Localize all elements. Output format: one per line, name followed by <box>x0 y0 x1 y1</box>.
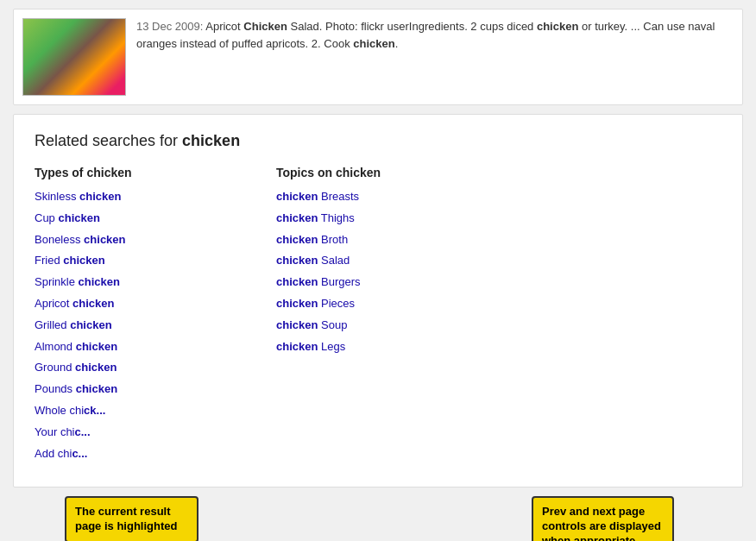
related-link[interactable]: Fried chicken <box>35 254 105 267</box>
related-col-topics: Topics on chicken chicken Breastschicken… <box>276 166 518 466</box>
result-keyword1: Chicken <box>243 20 287 33</box>
list-item: chicken Broth <box>276 231 518 249</box>
related-link[interactable]: Pounds chicken <box>35 382 117 395</box>
result-keyword3: chicken <box>353 37 394 50</box>
list-item: Almond chicken <box>35 338 276 356</box>
related-link[interactable]: chicken Salad <box>276 254 350 267</box>
page-wrapper: 13 Dec 2009: Apricot Chicken Salad. Phot… <box>0 9 756 541</box>
list-item: chicken Legs <box>276 338 518 356</box>
related-link[interactable]: chicken Burgers <box>276 275 361 288</box>
list-item: chicken Breasts <box>276 188 518 206</box>
related-searches-box: Related searches for chicken Types of ch… <box>13 114 743 488</box>
list-item: Your chic... <box>35 424 276 442</box>
list-item: chicken Thighs <box>276 210 518 228</box>
list-item: Grilled chicken <box>35 317 276 335</box>
related-link[interactable]: chicken Broth <box>276 233 348 246</box>
related-link[interactable]: chicken Thighs <box>276 211 355 224</box>
list-item: chicken Soup <box>276 317 518 335</box>
result-image <box>22 18 126 96</box>
list-item: Add chic... <box>35 445 276 463</box>
related-columns: Types of chicken Skinless chickenCup chi… <box>35 166 721 466</box>
tooltip-prev-next: Prev and next page controls are displaye… <box>532 496 674 541</box>
annotations-container: The current result page is highlighted P… <box>13 496 743 541</box>
related-link[interactable]: Almond chicken <box>35 340 117 353</box>
list-item: chicken Salad <box>276 252 518 270</box>
related-title: Related searches for chicken <box>35 132 721 150</box>
list-item: Fried chicken <box>35 252 276 270</box>
related-link[interactable]: chicken Soup <box>276 318 347 331</box>
related-link[interactable]: Add chic... <box>35 447 87 460</box>
related-links-col2: chicken Breastschicken Thighschicken Bro… <box>276 188 518 355</box>
related-link[interactable]: chicken Pieces <box>276 297 355 310</box>
col2-heading: Topics on chicken <box>276 166 518 179</box>
related-link[interactable]: Apricot chicken <box>35 297 115 310</box>
result-keyword2: chicken <box>537 20 578 33</box>
list-item: Apricot chicken <box>35 295 276 313</box>
related-link[interactable]: Sprinkle chicken <box>35 275 120 288</box>
result-date: 13 Dec 2009: <box>136 20 203 33</box>
list-item: Boneless chicken <box>35 231 276 249</box>
list-item: Skinless chicken <box>35 188 276 206</box>
related-link[interactable]: chicken Breasts <box>276 190 359 203</box>
result-text: 13 Dec 2009: Apricot Chicken Salad. Phot… <box>136 18 734 96</box>
result-text-middle: Salad. Photo: flickr userIngredients. 2 … <box>287 20 537 33</box>
related-links-col1: Skinless chickenCup chickenBoneless chic… <box>35 188 276 462</box>
related-link[interactable]: Ground chicken <box>35 361 117 374</box>
related-link[interactable]: Grilled chicken <box>35 318 112 331</box>
related-link[interactable]: Boneless chicken <box>35 233 126 246</box>
related-col-types: Types of chicken Skinless chickenCup chi… <box>35 166 276 466</box>
related-link[interactable]: Cup chicken <box>35 211 100 224</box>
list-item: Pounds chicken <box>35 381 276 399</box>
related-link[interactable]: Your chic... <box>35 425 91 438</box>
related-link[interactable]: Whole chick... <box>35 404 105 417</box>
result-card: 13 Dec 2009: Apricot Chicken Salad. Phot… <box>13 9 743 105</box>
result-text-before: Apricot <box>205 20 243 33</box>
list-item: chicken Pieces <box>276 295 518 313</box>
related-link[interactable]: Skinless chicken <box>35 190 121 203</box>
list-item: Ground chicken <box>35 359 276 377</box>
col1-heading: Types of chicken <box>35 166 276 179</box>
list-item: Sprinkle chicken <box>35 274 276 292</box>
result-text-final: . <box>395 37 399 50</box>
list-item: chicken Burgers <box>276 274 518 292</box>
tooltip-current-page: The current result page is highlighted <box>65 496 198 541</box>
list-item: Cup chicken <box>35 210 276 228</box>
related-link[interactable]: chicken Legs <box>276 340 345 353</box>
list-item: Whole chick... <box>35 402 276 420</box>
